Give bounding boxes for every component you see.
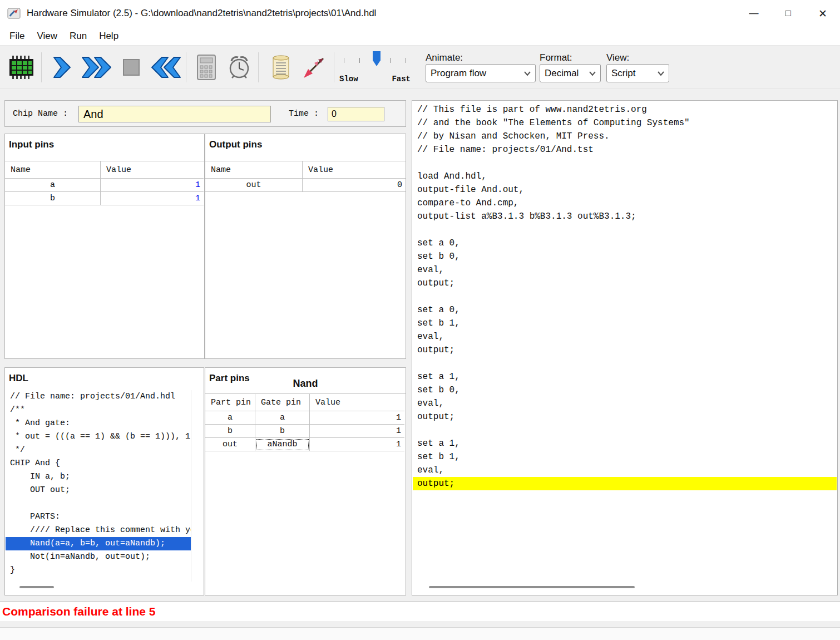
run-button[interactable] [78, 50, 115, 85]
hdl-line[interactable]: //// Replace this comment with yo [6, 524, 191, 537]
maximize-button[interactable]: □ [771, 0, 806, 27]
script-line[interactable] [413, 290, 837, 303]
slider-handle[interactable] [373, 51, 381, 66]
script-line[interactable]: set b 0, [413, 250, 837, 263]
gate-pin-cell[interactable]: aNandb [255, 438, 310, 451]
script-line[interactable]: output-file And.out, [413, 183, 837, 196]
script-line[interactable]: // and the book "The Elements of Computi… [413, 116, 837, 130]
pin-name-cell[interactable]: b [5, 192, 101, 205]
hdl-line[interactable]: * out = (((a == 1) && (b == 1))), 1, [6, 430, 191, 444]
script-line[interactable]: eval, [413, 330, 837, 343]
calculator-icon [196, 55, 216, 80]
table-row[interactable]: bb1 [205, 425, 406, 438]
script-line[interactable]: set b 1, [413, 450, 837, 464]
script-line[interactable]: eval, [413, 397, 837, 410]
hdl-line[interactable]: Nand(a=a, b=b, out=aNandb); [6, 537, 191, 550]
hdl-vertical-scrollbar[interactable] [191, 390, 204, 582]
part-pin-cell[interactable]: out [205, 438, 255, 451]
part-pins-panel: Part pins Nand Part pin Gate pin Value a… [205, 367, 406, 595]
menu-help[interactable]: Help [93, 28, 125, 45]
toolbar-separator [334, 52, 334, 82]
pin-name-cell[interactable]: a [5, 179, 101, 192]
pin-value-cell[interactable]: 1 [310, 411, 404, 425]
script-line[interactable]: output; [413, 343, 837, 357]
hdl-line[interactable]: } [6, 564, 191, 577]
view-select[interactable]: Script [606, 64, 669, 82]
script-horizontal-scrollbar[interactable] [429, 586, 635, 588]
script-line[interactable]: eval, [413, 464, 837, 477]
menu-run[interactable]: Run [63, 28, 93, 45]
script-line[interactable]: eval, [413, 263, 837, 277]
table-row[interactable]: out0 [205, 179, 406, 192]
clock-button[interactable] [224, 50, 255, 85]
hdl-line[interactable]: */ [6, 444, 191, 457]
pin-name-cell[interactable]: out [205, 179, 303, 192]
animate-select-value: Program flow [431, 68, 486, 79]
pin-value-cell[interactable]: 1 [310, 438, 404, 451]
hdl-line[interactable]: Not(in=aNandb, out=out); [6, 550, 191, 564]
script-code[interactable]: // This file is part of www.nand2tetris.… [413, 103, 837, 490]
animate-select[interactable]: Program flow [426, 64, 536, 82]
script-line[interactable]: output; [413, 410, 837, 424]
hdl-line[interactable]: /** [6, 403, 191, 417]
script-line[interactable]: output-list a%B3.1.3 b%B3.1.3 out%B3.1.3… [413, 210, 837, 223]
reset-button[interactable] [148, 50, 185, 85]
script-line[interactable] [413, 156, 837, 170]
script-line[interactable] [413, 357, 837, 370]
script-line[interactable]: output; [413, 277, 837, 290]
script-line[interactable]: set a 0, [413, 237, 837, 250]
pin-value-cell[interactable]: 1 [101, 179, 204, 192]
view-script-button[interactable] [266, 50, 296, 85]
close-button[interactable]: ✕ [806, 0, 840, 27]
format-select[interactable]: Decimal [540, 64, 601, 82]
part-pin-cell[interactable]: b [205, 425, 255, 438]
script-line[interactable]: set b 1, [413, 317, 837, 330]
hdl-title: HDL [9, 373, 28, 384]
pin-value-cell[interactable]: 0 [303, 179, 406, 192]
gate-pin-cell[interactable]: b [255, 425, 310, 438]
script-line[interactable]: compare-to And.cmp, [413, 196, 837, 210]
single-step-button[interactable] [47, 50, 77, 85]
hdl-line[interactable]: * And gate: [6, 417, 191, 430]
stop-button[interactable] [117, 50, 146, 85]
breakpoints-button[interactable] [297, 50, 330, 85]
minimize-button[interactable]: — [737, 0, 771, 27]
table-row[interactable]: outaNandb1 [205, 438, 406, 451]
load-chip-button[interactable] [6, 50, 38, 85]
script-line[interactable]: load And.hdl, [413, 170, 837, 183]
script-line[interactable] [413, 223, 837, 237]
table-row[interactable]: aa1 [205, 411, 406, 425]
output-pins-header: Name Value [205, 161, 406, 179]
table-row[interactable]: a1 [5, 179, 204, 192]
hdl-line[interactable]: PARTS: [6, 510, 191, 524]
script-line[interactable]: set a 1, [413, 370, 837, 383]
hdl-line[interactable]: // File name: projects/01/And.hdl [6, 390, 191, 403]
hdl-line[interactable]: IN a, b; [6, 470, 191, 484]
chevron-down-icon [524, 71, 531, 76]
script-line[interactable] [413, 424, 837, 437]
calculator-button[interactable] [191, 50, 221, 85]
script-line[interactable]: set a 0, [413, 303, 837, 317]
hdl-line[interactable] [6, 497, 191, 510]
pin-value-cell[interactable]: 1 [101, 192, 204, 205]
script-line[interactable]: set a 1, [413, 437, 837, 450]
script-line[interactable]: // This file is part of www.nand2tetris.… [413, 103, 837, 116]
pin-value-cell[interactable]: 1 [310, 425, 404, 438]
hdl-line[interactable]: CHIP And { [6, 457, 191, 470]
column-header: Name [5, 161, 101, 179]
script-line[interactable]: // File name: projects/01/And.tst [413, 143, 837, 156]
part-pin-cell[interactable]: a [205, 411, 255, 425]
script-line[interactable]: set b 0, [413, 383, 837, 397]
clock-icon [227, 55, 251, 80]
chip-name-input[interactable] [78, 106, 271, 122]
hdl-line[interactable]: OUT out; [6, 484, 191, 497]
gate-pin-cell[interactable]: a [255, 411, 310, 425]
script-line[interactable]: output; [413, 477, 837, 490]
table-row[interactable]: b1 [5, 192, 204, 205]
script-line[interactable]: // by Nisan and Schocken, MIT Press. [413, 130, 837, 143]
menu-file[interactable]: File [3, 28, 31, 45]
speed-slider[interactable]: Slow Fast [339, 50, 411, 85]
hdl-code[interactable]: // File name: projects/01/And.hdl/** * A… [6, 390, 191, 582]
hdl-horizontal-scrollbar[interactable] [19, 586, 54, 588]
menu-view[interactable]: View [31, 28, 63, 45]
